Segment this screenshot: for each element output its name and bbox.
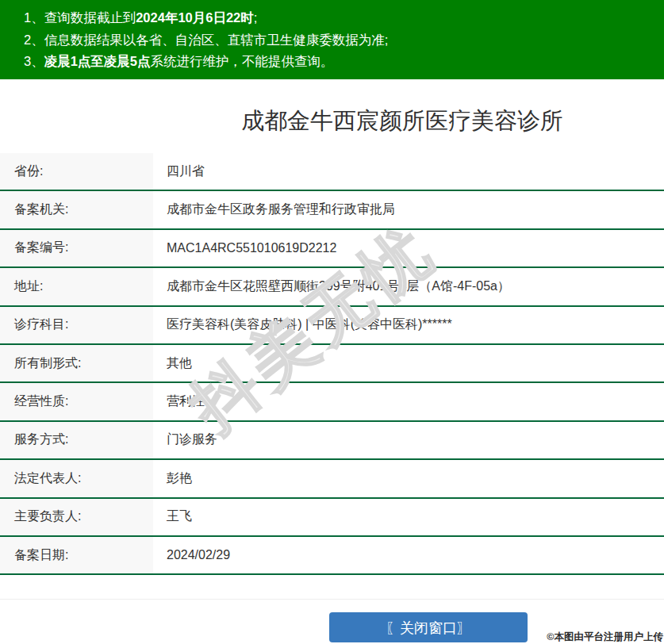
notice-line-3: 3、凌晨1点至凌晨5点系统进行维护，不能提供查询。 xyxy=(24,51,648,73)
table-row-legal-representative: 法定代表人: 彭艳 xyxy=(0,460,664,498)
table-row-province: 省份: 四川省 xyxy=(0,153,664,191)
row-label: 备案机关: xyxy=(0,191,153,228)
notice-3-bold: 凌晨1点至凌晨5点 xyxy=(44,54,151,68)
notice-2-num: 2、 xyxy=(24,33,44,47)
row-value: 成都市金牛区政务服务管理和行政审批局 xyxy=(153,191,664,228)
row-value: 门诊服务 xyxy=(153,422,664,458)
row-value: 成都市金牛区花照壁西顺街399号附401号4层（A馆-4F-05a） xyxy=(153,268,664,305)
row-value: 其他 xyxy=(153,345,664,381)
notice-1-pre: 查询数据截止到 xyxy=(44,10,136,25)
notice-1-post: ; xyxy=(254,10,258,25)
table-row-filing-authority: 备案机关: 成都市金牛区政务服务管理和行政审批局 xyxy=(0,191,664,229)
row-value: 医疗美容科(美容皮肤科) | 中医科(美容中医科)****** xyxy=(153,307,664,343)
row-label: 法定代表人: xyxy=(0,460,153,496)
row-label: 所有制形式: xyxy=(0,345,153,381)
table-row-filing-date: 备案日期: 2024/02/29 xyxy=(0,537,664,575)
row-label: 备案日期: xyxy=(0,537,153,573)
notice-3-num: 3、 xyxy=(24,54,44,68)
table-row-service-mode: 服务方式: 门诊服务 xyxy=(0,422,664,460)
row-label: 经营性质: xyxy=(0,383,153,420)
row-value: MAC1A4RC551010619D2212 xyxy=(153,230,664,266)
notice-line-2: 2、信息数据结果以各省、自治区、直辖市卫生健康委数据为准; xyxy=(24,29,648,52)
upload-credit-text: ©本图由平台注册用户上传 xyxy=(547,631,663,644)
table-row-business-nature: 经营性质: 营利性 xyxy=(0,383,664,421)
record-table: 省份: 四川省 备案机关: 成都市金牛区政务服务管理和行政审批局 备案编号: M… xyxy=(0,153,664,575)
page-title: 成都金牛西宸颜所医疗美容诊所 xyxy=(0,103,664,139)
row-label: 地址: xyxy=(0,268,153,305)
notice-2-pre: 信息数据结果以各省、自治区、直辖市卫生健康委数据为准; xyxy=(44,33,389,47)
row-label: 服务方式: xyxy=(0,422,153,458)
table-row-treatment-subjects: 诊疗科目: 医疗美容科(美容皮肤科) | 中医科(美容中医科)****** xyxy=(0,307,664,345)
row-value: 王飞 xyxy=(153,499,664,535)
table-row-ownership-form: 所有制形式: 其他 xyxy=(0,345,664,383)
row-label: 备案编号: xyxy=(0,230,153,266)
row-value: 2024/02/29 xyxy=(153,537,664,573)
row-label: 主要负责人: xyxy=(0,499,153,535)
notice-banner: 1、查询数据截止到2024年10月6日22时; 2、信息数据结果以各省、自治区、… xyxy=(0,0,664,79)
table-row-address: 地址: 成都市金牛区花照壁西顺街399号附401号4层（A馆-4F-05a） xyxy=(0,268,664,306)
close-window-button[interactable]: 〖关闭窗口〗 xyxy=(329,612,528,642)
table-row-filing-number: 备案编号: MAC1A4RC551010619D2212 xyxy=(0,230,664,268)
row-value: 彭艳 xyxy=(153,460,664,496)
notice-line-1: 1、查询数据截止到2024年10月6日22时; xyxy=(24,7,648,29)
notice-1-bold: 2024年10月6日22时 xyxy=(136,10,254,25)
row-label: 省份: xyxy=(0,153,153,190)
notice-3-post: 系统进行维护，不能提供查询。 xyxy=(151,54,334,68)
row-value: 营利性 xyxy=(153,383,664,420)
row-value: 四川省 xyxy=(153,153,664,190)
table-row-main-person-in-charge: 主要负责人: 王飞 xyxy=(0,499,664,537)
notice-1-num: 1、 xyxy=(24,10,44,25)
row-label: 诊疗科目: xyxy=(0,307,153,343)
